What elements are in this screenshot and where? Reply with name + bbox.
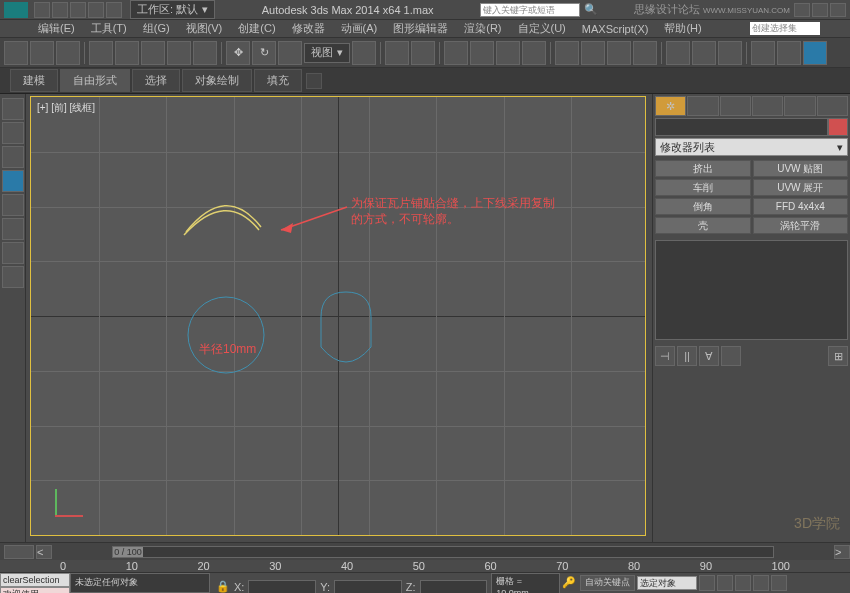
layers-icon[interactable]: [633, 41, 657, 65]
lt-play-icon[interactable]: [2, 242, 24, 264]
time-right-icon[interactable]: >: [834, 545, 850, 559]
time-config-icon[interactable]: [4, 545, 34, 559]
autokey-button[interactable]: 自动关键点: [580, 575, 635, 591]
snap-angle-icon[interactable]: [470, 41, 494, 65]
spinner-snap-icon[interactable]: [522, 41, 546, 65]
snap-percent-icon[interactable]: [496, 41, 520, 65]
time-left-icon[interactable]: <: [36, 545, 52, 559]
redo-icon[interactable]: [106, 2, 122, 18]
prev-frame-icon[interactable]: [717, 575, 733, 591]
exchange-icon[interactable]: [616, 3, 630, 17]
selection-set-input[interactable]: 创建选择集: [750, 22, 820, 35]
minimize-icon[interactable]: [794, 3, 810, 17]
material-editor-icon[interactable]: [718, 41, 742, 65]
menu-customize[interactable]: 自定义(U): [510, 19, 574, 38]
object-name-input[interactable]: [655, 118, 828, 136]
tab-object-paint[interactable]: 对象绘制: [182, 69, 252, 92]
named-sets-icon[interactable]: [555, 41, 579, 65]
selection-filter-icon[interactable]: [89, 41, 113, 65]
menu-views[interactable]: 视图(V): [178, 19, 231, 38]
show-result-icon[interactable]: ||: [677, 346, 697, 366]
btn-lathe[interactable]: 车削: [655, 179, 751, 196]
lt-arrow-icon[interactable]: [2, 98, 24, 120]
lt-hammer-icon[interactable]: [2, 194, 24, 216]
shield-shape[interactable]: [321, 292, 371, 362]
ribbon-minimize-icon[interactable]: [306, 73, 322, 89]
render-icon[interactable]: [803, 41, 827, 65]
app-logo-icon[interactable]: [4, 2, 28, 18]
display-tab-icon[interactable]: [784, 96, 815, 116]
btn-bevel[interactable]: 倒角: [655, 198, 751, 215]
select-link-icon[interactable]: [4, 41, 28, 65]
tab-selection[interactable]: 选择: [132, 69, 180, 92]
bind-space-warp-icon[interactable]: [56, 41, 80, 65]
viewport-front[interactable]: [+] [前] [线框]: [30, 96, 646, 536]
key-target-dropdown[interactable]: 选定对象: [637, 576, 697, 590]
modifier-list-dropdown[interactable]: 修改器列表: [655, 138, 848, 156]
remove-modifier-icon[interactable]: [721, 346, 741, 366]
select-region-icon[interactable]: [167, 41, 191, 65]
lt-select-icon[interactable]: [2, 122, 24, 144]
save-icon[interactable]: [70, 2, 86, 18]
btn-uvw-unwrap[interactable]: UVW 展开: [753, 179, 849, 196]
arc-shape-top[interactable]: [186, 206, 261, 232]
menu-rendering[interactable]: 渲染(R): [456, 19, 509, 38]
btn-uvw-map[interactable]: UVW 贴图: [753, 160, 849, 177]
select-object-icon[interactable]: [115, 41, 139, 65]
motion-tab-icon[interactable]: [752, 96, 783, 116]
utilities-tab-icon[interactable]: [817, 96, 848, 116]
menu-maxscript[interactable]: MAXScript(X): [574, 21, 657, 37]
help-search-input[interactable]: 键入关键字或短语: [480, 3, 580, 17]
maximize-icon[interactable]: [812, 3, 828, 17]
lt-film-icon[interactable]: [2, 218, 24, 240]
play-icon[interactable]: [735, 575, 751, 591]
search-icon[interactable]: 🔍: [584, 3, 598, 17]
menu-group[interactable]: 组(G): [135, 19, 178, 38]
lt-layers-icon[interactable]: [2, 266, 24, 288]
menu-graph[interactable]: 图形编辑器: [385, 19, 456, 38]
tab-modeling[interactable]: 建模: [10, 69, 58, 92]
signin-icon[interactable]: [600, 3, 614, 17]
configure-sets-icon[interactable]: ⊞: [828, 346, 848, 366]
pivot-icon[interactable]: [352, 41, 376, 65]
close-icon[interactable]: [830, 3, 846, 17]
create-tab-icon[interactable]: ✲: [655, 96, 686, 116]
manipulate-icon[interactable]: [385, 41, 409, 65]
workspace-selector[interactable]: 工作区: 默认 ▾: [130, 0, 215, 19]
open-icon[interactable]: [52, 2, 68, 18]
next-frame-icon[interactable]: [753, 575, 769, 591]
tab-freeform[interactable]: 自由形式: [60, 69, 130, 92]
rotate-icon[interactable]: ↻: [252, 41, 276, 65]
lt-tshirt-icon[interactable]: [2, 146, 24, 168]
circle-shape[interactable]: [188, 297, 264, 373]
schematic-icon[interactable]: [692, 41, 716, 65]
btn-ffd[interactable]: FFD 4x4x4: [753, 198, 849, 215]
keyboard-shortcut-icon[interactable]: [411, 41, 435, 65]
curve-editor-icon[interactable]: [666, 41, 690, 65]
menu-animation[interactable]: 动画(A): [333, 19, 386, 38]
window-crossing-icon[interactable]: [193, 41, 217, 65]
menu-help[interactable]: 帮助(H): [656, 19, 709, 38]
listener-output[interactable]: clearSelection: [0, 573, 70, 587]
z-input[interactable]: [420, 580, 488, 594]
pin-stack-icon[interactable]: ⊣: [655, 346, 675, 366]
y-input[interactable]: [334, 580, 402, 594]
scale-icon[interactable]: [278, 41, 302, 65]
select-name-icon[interactable]: [141, 41, 165, 65]
lt-brush-icon[interactable]: [2, 170, 24, 192]
menu-create[interactable]: 创建(C): [230, 19, 283, 38]
hierarchy-tab-icon[interactable]: [720, 96, 751, 116]
time-slider-track[interactable]: 0 / 100: [112, 546, 774, 558]
key-icon[interactable]: 🔑: [562, 576, 578, 589]
menu-edit[interactable]: 编辑(E): [30, 19, 83, 38]
btn-extrude[interactable]: 挤出: [655, 160, 751, 177]
btn-turbosmooth[interactable]: 涡轮平滑: [753, 217, 849, 234]
object-color-swatch[interactable]: [828, 118, 848, 136]
listener-input[interactable]: 欢迎使用 MAXSc: [0, 587, 70, 593]
snap-2d-icon[interactable]: [444, 41, 468, 65]
move-icon[interactable]: ✥: [226, 41, 250, 65]
undo-icon[interactable]: [88, 2, 104, 18]
align-icon[interactable]: [607, 41, 631, 65]
lock-icon[interactable]: 🔒: [216, 580, 230, 593]
modifier-stack[interactable]: [655, 240, 848, 340]
